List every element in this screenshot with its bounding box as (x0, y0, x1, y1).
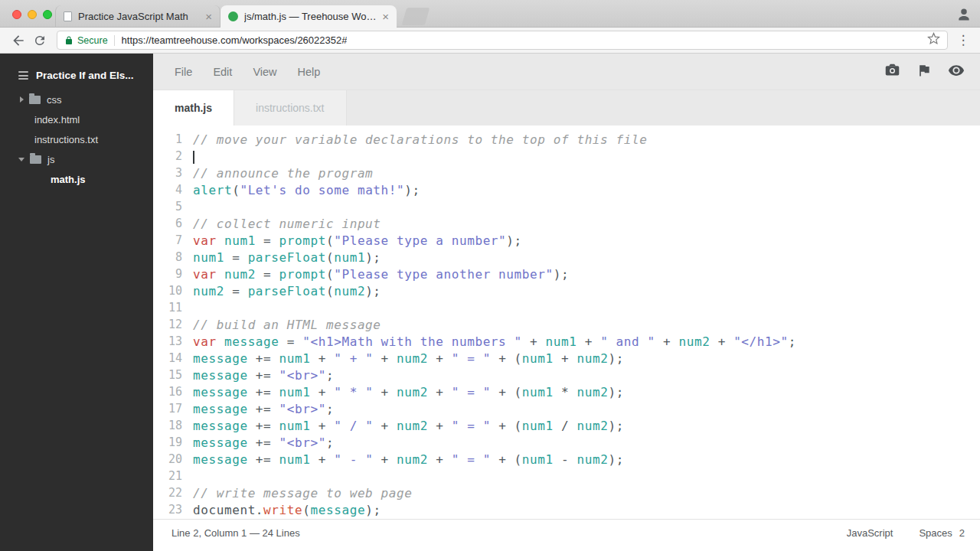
code-line-content: message += "<br>"; (193, 368, 334, 383)
code-line[interactable]: 6// collect numeric input (153, 215, 980, 232)
code-line-content: message += num1 + " - " + num2 + " = " +… (193, 452, 624, 467)
line-number: 23 (153, 503, 182, 517)
indent-settings[interactable]: Spaces 2 (919, 527, 965, 539)
reload-button[interactable] (29, 30, 51, 51)
minimize-window-button[interactable] (28, 10, 37, 19)
sidebar-item-math-js[interactable]: math.js (0, 169, 153, 189)
project-menu-icon[interactable] (18, 71, 28, 80)
code-line[interactable]: 22// write message to web page (153, 484, 980, 501)
code-line[interactable]: 17message += "<br>"; (153, 400, 980, 417)
language-mode-selector[interactable]: JavaScript (847, 527, 893, 539)
line-number: 12 (153, 318, 182, 331)
bookmark-star-icon[interactable] (927, 32, 940, 48)
editor-tab-instructions-txt[interactable]: instructions.txt (234, 90, 346, 126)
file-tree-sidebar: Practice If and Els... css index.html in… (0, 54, 153, 551)
code-line-content: // build an HTML message (193, 318, 381, 332)
secure-lock-icon (64, 36, 74, 45)
line-number: 9 (153, 267, 182, 281)
browser-tab-practice-js-math[interactable]: Practice JavaScript Math × (55, 5, 220, 28)
menu-edit[interactable]: Edit (213, 66, 232, 78)
code-line-content: // write message to web page (193, 486, 413, 500)
close-tab-icon[interactable]: × (382, 11, 389, 22)
indent-size-value: 2 (959, 527, 965, 539)
code-line[interactable]: 23document.write(message); (153, 501, 980, 518)
line-number: 21 (153, 469, 182, 483)
address-bar[interactable]: Secure https://teamtreehouse.com/workspa… (57, 31, 948, 50)
code-line[interactable]: 4alert("Let's do some math!"); (153, 181, 980, 198)
code-line[interactable]: 15message += "<br>"; (153, 367, 980, 383)
browser-window: Practice JavaScript Math × js/math.js — … (0, 0, 980, 551)
code-line-content: message += num1 + " / " + num2 + " = " +… (193, 419, 624, 433)
code-line[interactable]: 12// build an HTML message (153, 316, 980, 333)
code-line[interactable]: 14message += num1 + " + " + num2 + " = "… (153, 350, 980, 367)
editor-tab-math-js[interactable]: math.js (153, 90, 234, 126)
code-line[interactable]: 2 (153, 148, 980, 165)
tree-item-label: instructions.txt (34, 134, 98, 145)
line-number: 20 (153, 452, 182, 466)
close-tab-icon[interactable]: × (205, 11, 212, 22)
code-line-content: message += num1 + " + " + num2 + " = " +… (193, 351, 624, 366)
menu-file[interactable]: File (175, 66, 192, 78)
code-line[interactable]: 3// announce the program (153, 165, 980, 181)
profile-icon[interactable] (956, 6, 972, 23)
reload-icon (33, 34, 47, 47)
secure-label: Secure (77, 35, 108, 46)
line-number: 1 (153, 132, 182, 146)
window-controls (12, 10, 52, 19)
code-editor[interactable]: 1// move your variable declarations to t… (153, 126, 980, 519)
code-line[interactable]: 7var num1 = prompt("Please type a number… (153, 232, 980, 249)
fullscreen-window-button[interactable] (43, 10, 52, 19)
code-line[interactable]: 13var message = "<h1>Math with the numbe… (153, 333, 980, 350)
back-arrow-icon (11, 33, 26, 48)
code-line[interactable]: 18message += num1 + " / " + num2 + " = "… (153, 417, 980, 434)
fork-flag-icon[interactable] (916, 63, 932, 81)
editor-tab-bar: math.js instructions.txt (153, 90, 980, 126)
chevron-right-icon[interactable] (20, 96, 24, 103)
browser-menu-icon[interactable]: ⋮ (954, 32, 972, 48)
menu-view[interactable]: View (253, 66, 276, 78)
snapshot-camera-icon[interactable] (884, 62, 900, 81)
treehouse-favicon-icon (228, 11, 238, 21)
code-line[interactable]: 9var num2 = prompt("Please type another … (153, 266, 980, 282)
code-line[interactable]: 10num2 = parseFloat(num2); (153, 282, 980, 299)
workspace-content: Practice If and Els... css index.html in… (0, 54, 980, 551)
browser-tab-workspace[interactable]: js/math.js — Treehouse Workspaces × (220, 5, 397, 28)
code-line-content: message += "<br>"; (193, 402, 334, 416)
code-line[interactable]: 1// move your variable declarations to t… (153, 131, 980, 148)
tree-item-label: js (47, 154, 54, 165)
menu-help[interactable]: Help (298, 66, 321, 78)
editor-toolbar-icons (884, 62, 965, 82)
code-line-content: // move your variable declarations to th… (193, 132, 648, 147)
new-tab-button[interactable] (402, 8, 430, 25)
line-number: 4 (153, 183, 182, 197)
line-number: 19 (153, 435, 182, 449)
folder-icon (29, 96, 41, 104)
close-window-button[interactable] (12, 10, 21, 19)
code-line[interactable]: 20message += num1 + " - " + num2 + " = "… (153, 451, 980, 468)
preview-eye-icon[interactable] (948, 62, 965, 82)
code-line[interactable]: 5 (153, 198, 980, 215)
line-number: 8 (153, 250, 182, 264)
line-number: 13 (153, 334, 182, 348)
project-title-row[interactable]: Practice If and Els... (0, 66, 153, 90)
code-line-content: message += num1 + " * " + num2 + " = " +… (193, 385, 624, 399)
back-button[interactable] (8, 30, 29, 51)
chevron-down-icon[interactable] (18, 158, 24, 161)
code-line[interactable]: 11 (153, 299, 980, 316)
url-text[interactable]: https://teamtreehouse.com/workspaces/260… (122, 34, 348, 46)
line-number: 10 (153, 284, 182, 298)
code-line[interactable]: 16message += num1 + " * " + num2 + " = "… (153, 383, 980, 400)
sidebar-item-instructions-txt[interactable]: instructions.txt (0, 129, 153, 149)
code-line-content: message += "<br>"; (193, 435, 334, 450)
line-number: 2 (153, 149, 182, 163)
code-line[interactable]: 8num1 = parseFloat(num1); (153, 249, 980, 266)
project-title: Practice If and Els... (36, 70, 134, 81)
tree-item-label: index.html (34, 114, 80, 126)
code-line[interactable]: 19message += "<br>"; (153, 434, 980, 451)
omnibox-divider (114, 35, 115, 46)
sidebar-item-js-folder[interactable]: js (0, 149, 153, 169)
sidebar-item-css[interactable]: css (0, 90, 153, 109)
sidebar-item-index-html[interactable]: index.html (0, 109, 153, 129)
code-line[interactable]: 21 (153, 468, 980, 484)
indent-type-label: Spaces (919, 527, 952, 539)
